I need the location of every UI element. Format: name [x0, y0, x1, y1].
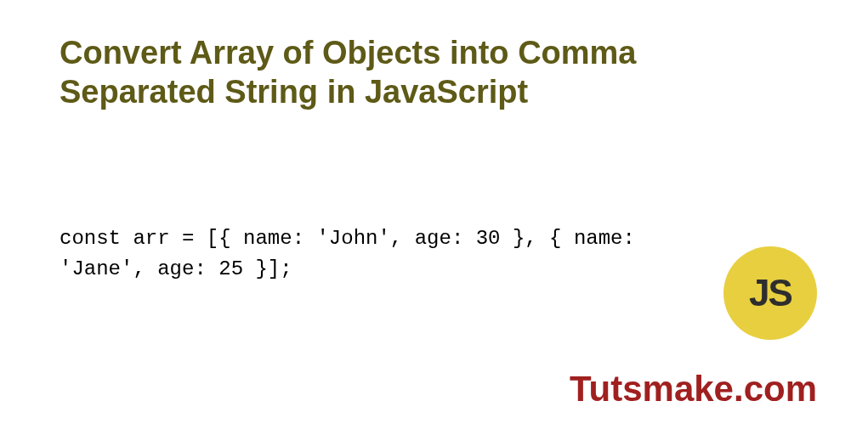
- code-line-1: const arr = [{ name: 'John', age: 30 }, …: [60, 223, 723, 285]
- brand-name: Tutsmake.com: [570, 369, 817, 410]
- js-badge-label: JS: [749, 272, 791, 314]
- page-title: Convert Array of Objects into Comma Sepa…: [60, 34, 740, 111]
- js-badge-icon: JS: [723, 246, 817, 340]
